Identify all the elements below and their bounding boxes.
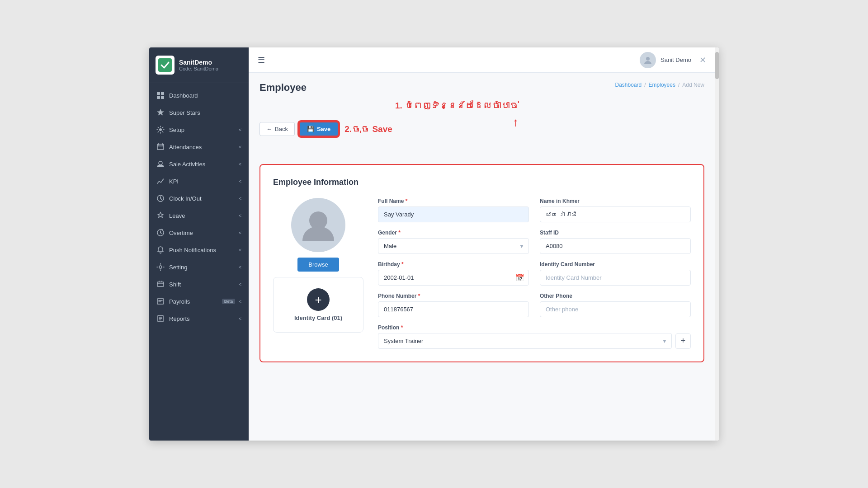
name-khmer-input[interactable] (540, 206, 691, 222)
chevron-shift-icon: < (239, 282, 241, 287)
back-arrow-icon: ← (266, 126, 272, 132)
scrollbar-thumb (715, 52, 719, 79)
brand-name: SanitDemo (179, 59, 218, 66)
full-name-group: Full Name * (378, 198, 529, 222)
user-avatar (640, 52, 656, 68)
form-card: Employee Information Browse (259, 164, 704, 362)
position-select-wrap: System Trainer ▼ (378, 333, 672, 349)
sidebar-item-superstars[interactable]: Super Stars (149, 104, 249, 121)
sidebar-item-overtime[interactable]: Overtime < (149, 224, 249, 241)
sidebar-label-pushnotifications: Push Notifications (169, 247, 216, 253)
add-id-card-button[interactable]: + (307, 288, 330, 311)
svg-rect-6 (157, 144, 164, 150)
svg-rect-3 (157, 96, 160, 99)
identity-card-input[interactable] (540, 270, 691, 286)
birthday-input[interactable] (378, 270, 529, 286)
breadcrumb-employees[interactable]: Employees (649, 82, 675, 88)
sidebar-label-kpi: KPI (169, 178, 179, 185)
browse-button[interactable]: Browse (297, 258, 339, 272)
sidebar-item-dashboard[interactable]: Dashboard (149, 87, 249, 104)
sidebar-item-payrolls[interactable]: Payrolls Beta < (149, 293, 249, 310)
user-name: Sanit Demo (660, 56, 691, 63)
chevron-setup-icon: < (239, 127, 241, 132)
sidebar: SanitDemo Code: SanitDemo Dashboard Supe… (149, 47, 249, 441)
save-button[interactable]: 💾 Save (298, 121, 339, 137)
form-layout: Browse + Identity Card (01) Full Name (273, 198, 691, 349)
chevron-leave-icon: < (239, 213, 241, 218)
staff-id-input[interactable] (540, 238, 691, 254)
position-row: System Trainer ▼ + (378, 333, 691, 349)
full-name-input[interactable] (378, 206, 529, 222)
svg-rect-4 (161, 96, 164, 99)
phone-label: Phone Number * (378, 293, 529, 299)
sidebar-item-reports[interactable]: Reports < (149, 310, 249, 327)
page-content: Employee Dashboard / Employees / Add New… (249, 73, 715, 441)
sidebar-item-setting[interactable]: Setting < (149, 258, 249, 276)
save-icon: 💾 (307, 126, 314, 132)
hamburger-icon[interactable]: ☰ (258, 55, 265, 65)
sidebar-label-setting: Setting (169, 264, 187, 271)
svg-point-5 (159, 128, 162, 131)
sidebar-label-superstars: Super Stars (169, 109, 200, 116)
sidebar-label-dashboard: Dashboard (169, 92, 198, 99)
breadcrumb-dashboard[interactable]: Dashboard (615, 82, 642, 88)
page-header: Employee Dashboard / Employees / Add New (259, 82, 704, 94)
svg-point-7 (159, 161, 162, 165)
svg-rect-11 (157, 282, 164, 286)
sidebar-item-sale-activities[interactable]: Sale Activities < (149, 155, 249, 173)
form-right-fields: Full Name * Name in Khmer (378, 198, 691, 349)
sidebar-item-attendances[interactable]: Attendances < (149, 138, 249, 155)
scrollbar[interactable] (715, 47, 719, 441)
annotation-text-1: 1. បំពេញទិន្នន័យដែលចាំបាច់ (395, 101, 519, 111)
gender-group: Gender * Male Female Other ▼ (378, 230, 529, 254)
add-position-button[interactable]: + (675, 333, 691, 349)
sidebar-label-sale-activities: Sale Activities (169, 161, 205, 168)
annotation-arrow: ↑ (513, 116, 519, 128)
id-card-box: + Identity Card (01) (273, 277, 363, 333)
sidebar-label-reports: Reports (169, 315, 190, 322)
breadcrumb: Dashboard / Employees / Add New (615, 82, 704, 88)
page-title: Employee (259, 82, 307, 94)
staff-id-label: Staff ID (540, 230, 691, 236)
sidebar-label-shift: Shift (169, 281, 181, 288)
name-khmer-group: Name in Khmer (540, 198, 691, 222)
brand-code: Code: SanitDemo (179, 66, 218, 71)
chevron-payrolls-icon: < (239, 299, 241, 304)
main-content: ☰ Sanit Demo ✕ Employee Dashboard / Empl… (249, 47, 715, 441)
chevron-sale-icon: < (239, 162, 241, 167)
toolbar: ← Back 💾 Save 2.ចុច Save (259, 121, 392, 137)
beta-badge: Beta (222, 299, 236, 304)
svg-rect-12 (157, 299, 164, 304)
brand-logo (156, 56, 175, 75)
chevron-kpi-icon: < (239, 179, 241, 184)
name-khmer-label: Name in Khmer (540, 198, 691, 204)
sidebar-item-clockinout[interactable]: Clock In/Out < (149, 190, 249, 207)
close-icon[interactable]: ✕ (699, 55, 706, 65)
annotation-text-2: 2.ចុច Save (344, 124, 392, 134)
sidebar-item-shift[interactable]: Shift < (149, 276, 249, 293)
other-phone-input[interactable] (540, 301, 691, 317)
calendar-icon[interactable]: 📅 (515, 273, 524, 282)
phone-group: Phone Number * (378, 293, 529, 317)
chevron-overtime-icon: < (239, 230, 241, 235)
gender-label: Gender * (378, 230, 529, 236)
svg-rect-1 (157, 92, 160, 95)
sidebar-item-leave[interactable]: Leave < (149, 207, 249, 224)
sidebar-item-setup[interactable]: Setup < (149, 121, 249, 138)
sidebar-item-kpi[interactable]: KPI < (149, 173, 249, 190)
staff-id-group: Staff ID (540, 230, 691, 254)
gender-select[interactable]: Male Female Other (378, 238, 529, 254)
svg-point-10 (159, 266, 162, 268)
sidebar-label-setup: Setup (169, 127, 184, 133)
birthday-label: Birthday * (378, 261, 529, 267)
sidebar-item-pushnotifications[interactable]: Push Notifications < (149, 241, 249, 258)
position-select[interactable]: System Trainer (378, 333, 672, 349)
other-phone-group: Other Phone (540, 293, 691, 317)
birthday-group: Birthday * 📅 (378, 261, 529, 286)
sidebar-label-overtime: Overtime (169, 230, 193, 236)
back-button[interactable]: ← Back (259, 122, 295, 136)
chevron-setting-icon: < (239, 265, 241, 270)
phone-input[interactable] (378, 301, 529, 317)
form-title: Employee Information (273, 178, 691, 187)
chevron-push-icon: < (239, 248, 241, 253)
